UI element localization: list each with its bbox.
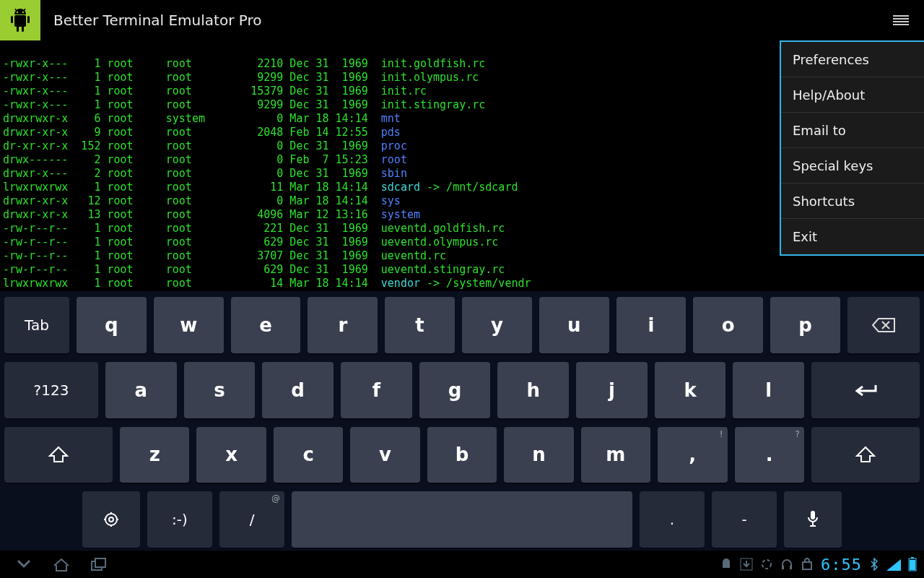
key-g[interactable]: g: [419, 362, 491, 418]
key-y[interactable]: y: [462, 297, 532, 353]
menu-item-shortcuts[interactable]: Shortcuts: [781, 184, 924, 219]
key-backspace[interactable]: [847, 297, 920, 353]
hamburger-icon: [893, 15, 909, 25]
key-l[interactable]: l: [733, 362, 804, 418]
app-bar: Better Terminal Emulator Pro: [0, 0, 924, 40]
key-shift[interactable]: [811, 427, 920, 483]
soft-keyboard: Tabqwertyuiop ?123asdfghjkl zxcvbnm,!.? …: [0, 291, 924, 551]
overflow-menu-button[interactable]: [884, 3, 918, 38]
key-space[interactable]: [292, 491, 632, 548]
recent-apps-button[interactable]: [82, 553, 116, 575]
svg-rect-14: [723, 562, 730, 568]
bluetooth-icon: [869, 558, 879, 571]
svg-rect-5: [11, 16, 13, 23]
clock: 6:55: [821, 556, 862, 574]
key-a[interactable]: a: [105, 362, 177, 418]
key-[interactable]: -: [712, 491, 777, 548]
headphones-icon: [780, 558, 793, 571]
key-[interactable]: .: [640, 491, 705, 548]
key-p[interactable]: p: [770, 297, 840, 353]
system-bar: 6:55: [0, 551, 924, 578]
key-e[interactable]: e: [231, 297, 301, 353]
svg-point-9: [105, 514, 117, 525]
hide-keyboard-button[interactable]: [7, 553, 40, 575]
key-q[interactable]: q: [77, 297, 147, 353]
svg-rect-20: [911, 557, 914, 558]
key-f[interactable]: f: [341, 362, 412, 418]
svg-rect-21: [910, 560, 915, 570]
key-n[interactable]: n: [504, 427, 573, 483]
home-button[interactable]: [45, 553, 78, 575]
key-t[interactable]: t: [385, 297, 455, 353]
svg-point-0: [17, 12, 18, 13]
key-r[interactable]: r: [308, 297, 378, 353]
key-[interactable]: :-): [147, 491, 212, 548]
status-tray[interactable]: 6:55: [720, 556, 917, 574]
svg-line-2: [15, 9, 17, 11]
svg-rect-13: [95, 558, 105, 567]
svg-rect-8: [22, 26, 24, 32]
key-k[interactable]: k: [655, 362, 726, 418]
key-i[interactable]: i: [616, 297, 687, 353]
app-icon: [0, 0, 40, 40]
key-x[interactable]: x: [196, 427, 266, 483]
menu-item-help-about[interactable]: Help/About: [781, 77, 924, 113]
key-s[interactable]: s: [184, 362, 256, 418]
overflow-menu: PreferencesHelp/AboutEmail toSpecial key…: [780, 40, 924, 256]
battery-icon: [908, 557, 917, 571]
key-tab[interactable]: Tab: [4, 297, 69, 353]
svg-point-1: [22, 12, 24, 13]
svg-rect-18: [790, 566, 792, 569]
svg-rect-6: [27, 16, 30, 23]
key-shift[interactable]: [4, 427, 113, 483]
key-z[interactable]: z: [120, 427, 189, 483]
menu-item-preferences[interactable]: Preferences: [781, 42, 924, 77]
download-icon: [740, 558, 753, 571]
menu-item-exit[interactable]: Exit: [781, 219, 924, 254]
key-j[interactable]: j: [576, 362, 648, 418]
key-b[interactable]: b: [427, 427, 497, 483]
key-w[interactable]: w: [154, 297, 224, 353]
svg-rect-7: [17, 26, 19, 32]
key-mic[interactable]: [784, 491, 842, 548]
menu-item-special-keys[interactable]: Special keys: [781, 148, 924, 184]
svg-rect-4: [14, 15, 26, 27]
key-c[interactable]: c: [274, 427, 343, 483]
key-settings[interactable]: [82, 491, 140, 548]
svg-rect-11: [811, 511, 815, 519]
svg-line-3: [24, 9, 25, 11]
key-o[interactable]: o: [693, 297, 763, 353]
svg-point-16: [762, 560, 771, 569]
app-title: Better Terminal Emulator Pro: [53, 12, 884, 29]
key-[interactable]: ,!: [658, 427, 727, 483]
android-icon: [720, 558, 733, 571]
key-[interactable]: /@: [219, 491, 284, 548]
key-d[interactable]: d: [262, 362, 334, 418]
key-u[interactable]: u: [539, 297, 609, 353]
svg-rect-17: [782, 566, 784, 569]
svg-point-10: [109, 517, 113, 522]
key-123[interactable]: ?123: [4, 362, 98, 418]
key-m[interactable]: m: [581, 427, 650, 483]
key-v[interactable]: v: [350, 427, 419, 483]
sync-icon: [760, 558, 773, 571]
key-h[interactable]: h: [497, 362, 569, 418]
wifi-icon: [886, 558, 901, 571]
key-[interactable]: .?: [735, 427, 804, 483]
bag-icon: [801, 558, 814, 571]
key-enter[interactable]: [811, 362, 920, 418]
menu-item-email-to[interactable]: Email to: [781, 113, 924, 148]
